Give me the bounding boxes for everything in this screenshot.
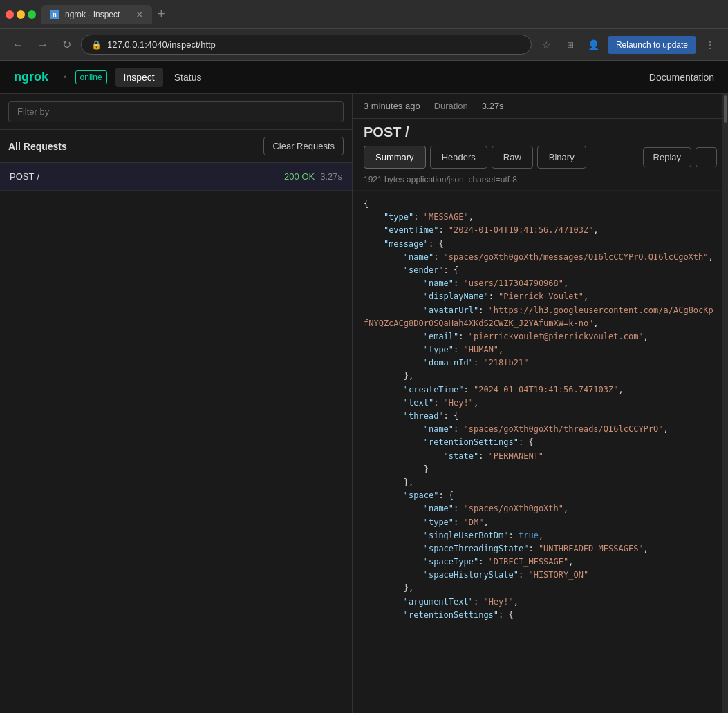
bookmark-icon[interactable]: ☆ — [537, 35, 557, 55]
requests-title: All Requests — [8, 141, 67, 152]
nav-inspect[interactable]: Inspect — [115, 68, 163, 87]
window-close-btn[interactable] — [6, 10, 14, 19]
window-max-btn[interactable] — [28, 10, 36, 19]
active-tab[interactable]: n ngrok - Inspect ✕ — [41, 5, 152, 24]
tab-title: ngrok - Inspect — [65, 10, 120, 19]
address-bar-row: ← → ↻ 🔒 127.0.0.1:4040/inspect/http ☆ ⊞ … — [0, 29, 728, 61]
json-line: "displayName": "Pierrick Voulet", — [364, 290, 717, 303]
json-viewer[interactable]: { "type": "MESSAGE", "eventTime": "2024-… — [353, 191, 728, 713]
json-line: "eventTime": "2024-01-04T19:41:56.747103… — [364, 224, 717, 237]
profile-icon[interactable]: 👤 — [584, 35, 604, 55]
detail-duration-value: 3.27s — [482, 101, 504, 111]
json-line: "name": "spaces/goXth0goXth", — [364, 502, 717, 515]
content-meta: 1921 bytes application/json; charset=utf… — [353, 169, 728, 191]
requests-header: All Requests Clear Requests — [0, 130, 352, 163]
request-duration: 3.27s — [320, 171, 342, 182]
request-path: / — [37, 171, 39, 182]
json-line: "name": "users/117304790968", — [364, 277, 717, 290]
json-line: "email": "pierrickvoulet@pierrickvoulet.… — [364, 330, 717, 343]
main-content: All Requests Clear Requests POST / 200 O… — [0, 94, 728, 713]
more-button[interactable]: — — [696, 147, 717, 167]
json-line: "state": "PERMANENT" — [364, 450, 717, 463]
json-line: "space": { — [364, 489, 717, 502]
menu-icon[interactable]: ⋮ — [700, 35, 720, 55]
json-line: "domainId": "218fb21" — [364, 356, 717, 370]
json-line: }, — [364, 476, 717, 489]
tab-favicon: n — [50, 10, 59, 19]
json-line: "type": "HUMAN", — [364, 343, 717, 356]
window-min-btn[interactable] — [17, 10, 25, 19]
address-bar[interactable]: 🔒 127.0.0.1:4040/inspect/http — [81, 35, 532, 55]
left-panel: All Requests Clear Requests POST / 200 O… — [0, 94, 353, 713]
json-line: }, — [364, 370, 717, 383]
lock-icon: 🔒 — [91, 40, 102, 50]
app-nav: ngrok • online Inspect Status Documentat… — [0, 61, 728, 94]
json-line: "avatarUrl": "https://lh3.googleusercont… — [364, 304, 717, 330]
json-line: "name": "spaces/goXth0goXth/messages/QI6… — [364, 251, 717, 264]
table-row[interactable]: POST / 200 OK 3.27s — [0, 163, 352, 191]
reload-button[interactable]: ↻ — [58, 35, 75, 54]
json-line: "argumentText": "Hey!", — [364, 596, 717, 609]
app-logo: ngrok — [14, 70, 48, 84]
json-line: "spaceType": "DIRECT_MESSAGE", — [364, 555, 717, 569]
tab-headers[interactable]: Headers — [430, 146, 487, 169]
doc-link[interactable]: Documentation — [649, 72, 714, 83]
app-dot: • — [64, 72, 67, 82]
json-line: "name": "spaces/goXth0goXth/threads/QI6l… — [364, 423, 717, 436]
json-line: "type": "MESSAGE", — [364, 211, 717, 224]
json-line: "retentionSettings": { — [364, 609, 717, 622]
json-line: "sender": { — [364, 264, 717, 277]
forward-button[interactable]: → — [33, 36, 53, 54]
app-nav-links: Inspect Status — [115, 68, 210, 87]
right-panel: 3 minutes ago Duration 3.27s POST / Summ… — [353, 94, 728, 713]
extensions-icon[interactable]: ⊞ — [561, 35, 580, 55]
detail-duration-label: Duration — [434, 101, 468, 111]
filter-bar — [0, 94, 352, 130]
detail-title: POST / — [353, 119, 728, 146]
request-method: POST — [10, 171, 34, 182]
json-line: }, — [364, 582, 717, 595]
clear-requests-button[interactable]: Clear Requests — [263, 137, 344, 155]
detail-time-ago: 3 minutes ago — [364, 101, 420, 111]
tab-bar: n ngrok - Inspect ✕ + — [41, 5, 722, 24]
tab-binary[interactable]: Binary — [537, 146, 586, 169]
request-status: 200 OK — [284, 171, 315, 182]
detail-meta: 3 minutes ago Duration 3.27s — [353, 94, 728, 119]
json-line: "thread": { — [364, 410, 717, 423]
json-line: "createTime": "2024-01-04T19:41:56.74710… — [364, 383, 717, 397]
json-line: "retentionSettings": { — [364, 436, 717, 449]
tab-summary[interactable]: Summary — [364, 146, 426, 169]
new-tab-button[interactable]: + — [152, 7, 171, 21]
json-line: "type": "DM", — [364, 516, 717, 529]
tab-close-icon[interactable]: ✕ — [136, 9, 144, 20]
replay-button[interactable]: Replay — [643, 147, 691, 167]
address-bar-actions: ☆ ⊞ 👤 Relaunch to update ⋮ — [537, 35, 720, 55]
json-line: "spaceHistoryState": "HISTORY_ON" — [364, 569, 717, 582]
back-button[interactable]: ← — [8, 36, 28, 54]
tab-raw[interactable]: Raw — [492, 146, 533, 169]
browser-chrome: n ngrok - Inspect ✕ + — [0, 0, 728, 29]
json-line: "singleUserBotDm": true, — [364, 529, 717, 542]
json-line: } — [364, 463, 717, 476]
relaunch-button[interactable]: Relaunch to update — [608, 36, 696, 54]
json-line: { — [364, 198, 717, 211]
window-controls — [6, 10, 36, 19]
json-line: "text": "Hey!", — [364, 397, 717, 410]
request-list: POST / 200 OK 3.27s — [0, 163, 352, 713]
json-line: "message": { — [364, 238, 717, 251]
nav-status[interactable]: Status — [166, 68, 210, 87]
app-nav-right: Documentation — [649, 72, 714, 83]
app-status-badge: online — [75, 70, 107, 84]
filter-input[interactable] — [8, 101, 344, 122]
address-text: 127.0.0.1:4040/inspect/http — [107, 39, 216, 50]
json-line: "spaceThreadingState": "UNTHREADED_MESSA… — [364, 542, 717, 555]
detail-tabs: Summary Headers Raw Binary Replay — — [353, 146, 728, 169]
